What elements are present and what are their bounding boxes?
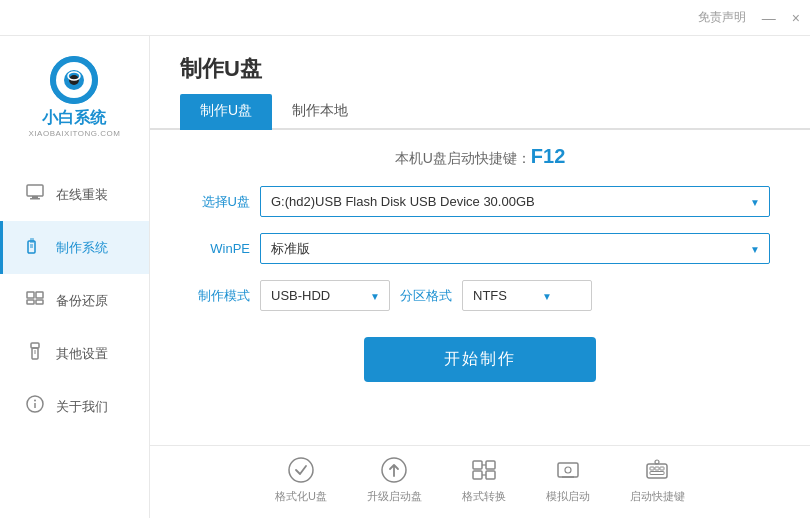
format-usb-label: 格式化U盘 xyxy=(275,489,327,504)
svg-point-22 xyxy=(289,458,313,482)
mode-select-wrapper: USB-HDD xyxy=(260,280,390,311)
shortcut-hint-prefix: 本机U盘启动快捷键： xyxy=(395,150,531,166)
sidebar-label-other-settings: 其他设置 xyxy=(56,345,108,363)
svg-rect-35 xyxy=(655,467,659,470)
other-settings-icon xyxy=(24,341,46,366)
make-system-icon xyxy=(24,235,46,260)
svg-rect-36 xyxy=(660,467,664,470)
svg-rect-13 xyxy=(36,292,43,298)
bottom-icon-upgrade-boot[interactable]: 升级启动盘 xyxy=(367,456,422,504)
bottom-icon-format-usb[interactable]: 格式化U盘 xyxy=(275,456,327,504)
sidebar-item-online-reinstall[interactable]: 在线重装 xyxy=(0,168,149,221)
format-convert-label: 格式转换 xyxy=(462,489,506,504)
mode-partition-row: 制作模式 USB-HDD 分区格式 NTFS xyxy=(190,280,770,311)
sidebar-label-backup-restore: 备份还原 xyxy=(56,292,108,310)
close-button[interactable]: × xyxy=(792,10,800,26)
tabs-bar: 制作U盘 制作本地 xyxy=(150,94,810,130)
page-header: 制作U盘 xyxy=(150,36,810,84)
sidebar-item-about-us[interactable]: 关于我们 xyxy=(0,380,149,433)
sidebar-item-backup-restore[interactable]: 备份还原 xyxy=(0,274,149,327)
logo-area: 小白系统 XIAOBAIXITONG.COM xyxy=(19,46,131,148)
content-area: 制作U盘 制作U盘 制作本地 本机U盘启动快捷键：F12 选择U盘 G:(hd2… xyxy=(150,36,810,518)
svg-rect-37 xyxy=(650,472,664,475)
logo-icon xyxy=(50,56,98,104)
sidebar-label-about-us: 关于我们 xyxy=(56,398,108,416)
format-usb-icon xyxy=(287,456,315,484)
boot-shortcut-icon xyxy=(643,456,671,484)
svg-rect-9 xyxy=(30,238,34,243)
usb-select[interactable]: G:(hd2)USB Flash Disk USB Device 30.00GB xyxy=(260,186,770,217)
svg-rect-34 xyxy=(650,467,654,470)
logo-text: 小白系统 XIAOBAIXITONG.COM xyxy=(29,108,121,138)
svg-rect-7 xyxy=(30,198,40,200)
svg-rect-26 xyxy=(473,471,482,479)
winpe-label: WinPE xyxy=(190,241,250,256)
svg-point-21 xyxy=(34,400,36,402)
boot-shortcut-label: 启动快捷键 xyxy=(630,489,685,504)
sidebar-nav: 在线重装 制作系统 xyxy=(0,168,149,433)
titlebar-actions: 免责声明 — × xyxy=(698,9,800,26)
sidebar-label-make-system: 制作系统 xyxy=(56,239,108,257)
minimize-button[interactable]: — xyxy=(762,10,776,26)
usb-select-row: 选择U盘 G:(hd2)USB Flash Disk USB Device 30… xyxy=(190,186,770,217)
simulate-boot-icon xyxy=(554,456,582,484)
titlebar: 免责声明 — × xyxy=(0,0,810,36)
svg-rect-6 xyxy=(32,196,38,198)
sidebar-item-make-system[interactable]: 制作系统 xyxy=(0,221,149,274)
bottom-icon-simulate-boot[interactable]: 模拟启动 xyxy=(546,456,590,504)
simulate-boot-label: 模拟启动 xyxy=(546,489,590,504)
winpe-select-wrapper: 标准版 xyxy=(260,233,770,264)
start-button[interactable]: 开始制作 xyxy=(364,337,596,382)
svg-rect-5 xyxy=(27,185,43,196)
svg-point-31 xyxy=(565,467,571,473)
disclaimer-link[interactable]: 免责声明 xyxy=(698,9,746,26)
about-us-icon xyxy=(24,394,46,419)
bottom-icons: 格式化U盘 升级启动盘 xyxy=(150,445,810,518)
usb-select-wrapper: G:(hd2)USB Flash Disk USB Device 30.00GB xyxy=(260,186,770,217)
svg-rect-15 xyxy=(36,300,43,304)
upgrade-boot-label: 升级启动盘 xyxy=(367,489,422,504)
sidebar-item-other-settings[interactable]: 其他设置 xyxy=(0,327,149,380)
backup-restore-icon xyxy=(24,288,46,313)
online-reinstall-icon xyxy=(24,182,46,207)
bottom-icon-boot-shortcut[interactable]: 启动快捷键 xyxy=(630,456,685,504)
upgrade-boot-icon xyxy=(380,456,408,484)
partition-select-wrapper: NTFS xyxy=(462,280,562,311)
svg-rect-24 xyxy=(473,461,482,469)
tab-make-local[interactable]: 制作本地 xyxy=(272,94,368,130)
logo-title: 小白系统 xyxy=(29,108,121,129)
svg-rect-14 xyxy=(27,300,34,304)
mode-select[interactable]: USB-HDD xyxy=(260,280,390,311)
bottom-icon-format-convert[interactable]: 格式转换 xyxy=(462,456,506,504)
main-layout: 小白系统 XIAOBAIXITONG.COM 在线重装 xyxy=(0,36,810,518)
shortcut-hint: 本机U盘启动快捷键：F12 xyxy=(190,145,770,168)
svg-rect-25 xyxy=(486,461,495,469)
svg-rect-27 xyxy=(486,471,495,479)
format-convert-icon xyxy=(470,456,498,484)
sidebar: 小白系统 XIAOBAIXITONG.COM 在线重装 xyxy=(0,36,150,518)
content-body: 本机U盘启动快捷键：F12 选择U盘 G:(hd2)USB Flash Disk… xyxy=(150,130,810,445)
tab-make-usb[interactable]: 制作U盘 xyxy=(180,94,272,130)
svg-rect-12 xyxy=(27,292,34,298)
usb-label: 选择U盘 xyxy=(190,193,250,211)
winpe-select[interactable]: 标准版 xyxy=(260,233,770,264)
page-title: 制作U盘 xyxy=(180,54,262,84)
logo-subtitle: XIAOBAIXITONG.COM xyxy=(29,129,121,138)
winpe-row: WinPE 标准版 xyxy=(190,233,770,264)
mode-label: 制作模式 xyxy=(190,287,250,305)
shortcut-key: F12 xyxy=(531,145,565,167)
svg-rect-30 xyxy=(558,463,578,477)
partition-label: 分区格式 xyxy=(400,287,452,305)
sidebar-label-online-reinstall: 在线重装 xyxy=(56,186,108,204)
partition-select[interactable]: NTFS xyxy=(462,280,592,311)
